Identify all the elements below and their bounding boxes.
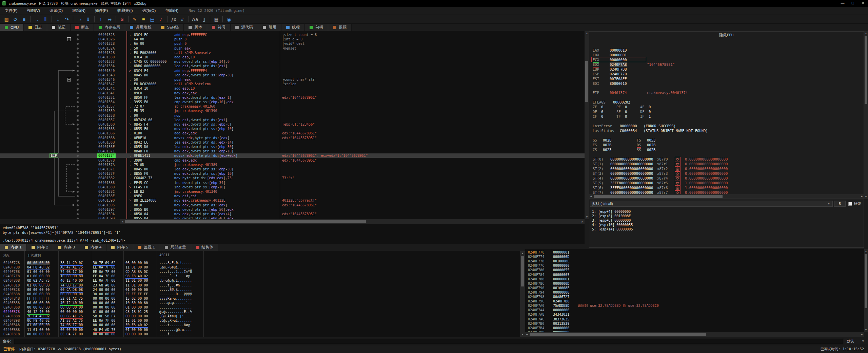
breakpoint-dot[interactable] (77, 65, 79, 67)
disasm-row[interactable]: 00401359.EB 35jmp crakmeeasy.401390 (0, 109, 585, 113)
stack-row[interactable]: 0240F7B000313539 (525, 321, 864, 326)
disasm-row[interactable]: 0040137A.75 0Djne crakmeeasy.401389 (0, 163, 585, 167)
stack-row[interactable]: 0240F79400000000 (525, 290, 864, 295)
command-input[interactable] (14, 338, 843, 344)
run-icon[interactable]: → (32, 16, 41, 23)
stack-row[interactable]: 0240F7A075ADDE8D返回到 user32.75ADDE8D 自 us… (525, 303, 864, 308)
breakpoint-dot[interactable] (77, 61, 79, 63)
disasm-row[interactable]: 00401357.72 07jb crakmeeasy.401360 (0, 104, 585, 109)
disasm-row[interactable]: 00401326.6A 08push 8│int c = 0− (0, 37, 585, 41)
disasm-row[interactable]: 00401374.0FBE1411movsx edx,byte ptr ds:[… (0, 153, 585, 158)
stack-row[interactable]: 0240F7740000000D (525, 255, 864, 259)
breakpoint-dot[interactable] (77, 132, 79, 134)
disasm-row[interactable]: 00401363.8B55 F0mov edx,dword ptr ss:[eb… (0, 127, 585, 131)
open-folder-icon[interactable]: ▨ (2, 16, 11, 23)
breakpoint-dot[interactable] (77, 137, 79, 139)
restart-icon[interactable]: ↺ (11, 16, 20, 23)
stack-row[interactable]: 0240F7900010008E (525, 286, 864, 290)
disasm-row[interactable]: 00401371.8B4D F0mov ecx,dword ptr ss:[eb… (0, 149, 585, 153)
disasm-row[interactable]: 0040132B.E8 F0020000call <JMP.&memset> (0, 51, 585, 55)
dump-row[interactable]: 0240F8080D 62 AC 7540 12 40 00EE 0A 7F 0… (0, 278, 520, 283)
disasm-row[interactable]: 0040138E.89F6mov esi,esi (0, 194, 585, 198)
breakpoint-dot[interactable] (77, 142, 79, 144)
menu-item-3[interactable]: 跟踪(N) (67, 7, 90, 15)
disasm-row[interactable]: 0040139D.8955 B4mov dword ptr ss:[ebp-4C… (0, 216, 585, 219)
breakpoint-dot[interactable] (77, 52, 79, 54)
menu-item-4[interactable]: 插件(P) (90, 7, 113, 15)
breakpoint-dot[interactable] (77, 191, 79, 193)
favourites-icon[interactable]: ≡ (139, 16, 148, 23)
disasm-row[interactable]: 0040132A.50push eax└memset (0, 46, 585, 51)
dump-tab-局部变量[interactable]: 局部变量 (160, 244, 191, 251)
dump-row[interactable]: 0240F81801 00 00 0074 0B 17 0023 68 A8 8… (0, 283, 520, 287)
hide-fpu-button[interactable]: 隐藏FPU (589, 32, 864, 39)
breakpoint-dot[interactable] (77, 101, 79, 103)
disasm-row[interactable]: 00401397.8955 B0mov dword ptr ss:[ebp-50… (0, 207, 585, 212)
breakpoint-dot[interactable] (77, 70, 79, 72)
disasm-row[interactable]: 00401347.E8 DC020000call <JMP.&strlen>└s… (0, 82, 585, 86)
text-icon[interactable]: Aa (191, 16, 199, 23)
breakpoint-dot[interactable] (77, 110, 79, 112)
breakpoint-dot[interactable] (77, 195, 79, 197)
dump-row[interactable]: 0240F8882C FA 40 02C0 66 AE 755B 0F 5B F… (0, 314, 520, 318)
tab-脚本[interactable]: 脚本 (184, 24, 207, 31)
memory-dump-pane[interactable]: 0240F7C800 00 00 0038 14 C9 0C30 7F 69 0… (0, 251, 520, 337)
tab-符号[interactable]: 符号 (207, 24, 231, 31)
dump-tab-内存 4[interactable]: 内存 4 (80, 244, 107, 251)
menu-item-7[interactable]: 帮助(H) (160, 7, 183, 15)
breakpoint-dot[interactable] (77, 43, 79, 45)
breakpoint-dot[interactable] (77, 97, 79, 99)
fx-icon[interactable]: ƒx (169, 16, 178, 23)
dump-row[interactable]: 0240F86800 00 00 0000 00 00 0000 00 00 0… (0, 305, 520, 310)
dump-row[interactable]: 0240F8980C F9 40 02A1 58 AC 75EE 0A 7F 0… (0, 318, 520, 323)
argument-row[interactable]: 4: [esp+10] 00000055 (592, 223, 633, 227)
dump-tab-监视 1[interactable]: 监视 1 (133, 244, 160, 251)
argument-row[interactable]: 2: [esp+8] 0010008E (592, 214, 631, 218)
disasm-row[interactable]: 00401366.01D0add eax,edxedx:"10445678951… (0, 131, 585, 135)
dump-tab-内存 5[interactable]: 内存 5 (106, 244, 133, 251)
globe-icon[interactable]: ◉ (224, 16, 233, 23)
breakpoint-dot[interactable] (77, 115, 79, 117)
breakpoint-dot[interactable] (77, 155, 79, 157)
argument-row[interactable]: 1: [esp+4] 0000000D (592, 209, 631, 214)
stack-row[interactable]: 0240F79C0240F7B8 (525, 299, 864, 303)
dump-row[interactable]: 0240F82800 00 00 0000 CA D8 0824 00 00 0… (0, 287, 520, 292)
maximize-button[interactable]: □ (848, 0, 858, 7)
calculator-icon[interactable]: ▦ (212, 16, 221, 23)
dump-tab-结构体[interactable]: 结构体 (191, 244, 219, 251)
disasm-row[interactable]: 0040137F.8B55 F0mov edx,dword ptr ss:[eb… (0, 171, 585, 176)
step-over-icon[interactable]: ↷ (62, 16, 71, 23)
disasm-row[interactable]: 00401390>B8 2E124000mov eax,crakmeeasy.4… (0, 198, 585, 203)
disasm-row[interactable]: 00401382.C60402 73mov byte ptr ds:[edx+e… (0, 176, 585, 180)
breakpoint-dot[interactable] (77, 204, 79, 206)
disasm-row[interactable]: 00401386.FF45 CCinc dword ptr ss:[ebp-34… (0, 181, 585, 185)
disasm-row[interactable]: 0040139A.8B50 04mov edx,dword ptr ds:[ea… (0, 212, 585, 216)
breakpoint-dot[interactable] (77, 38, 79, 40)
tab-SEH链[interactable]: SEH链 (156, 24, 184, 31)
breakpoint-dot[interactable] (77, 124, 79, 126)
tab-内存布局[interactable]: 内存布局 (94, 24, 125, 31)
attach-icon[interactable]: ▯ (199, 16, 208, 23)
step-into-icon[interactable]: ↓ (54, 16, 62, 23)
dump-row[interactable]: 0240F8B811 01 00 0000 00 00 0040 F4 AD 7… (0, 328, 520, 332)
breakpoint-dot[interactable] (77, 209, 79, 211)
argument-row[interactable]: 3: [esp+C] 00000000 (592, 218, 631, 223)
breakpoint-dot[interactable] (77, 150, 79, 152)
breakpoint-dot[interactable] (77, 200, 79, 202)
disasm-row[interactable]: 00401330.83C4 10add esp,10 (0, 55, 585, 59)
seh-chain-icon[interactable]: S (118, 16, 126, 23)
unlock-checkbox[interactable]: 解锁 (848, 201, 861, 206)
breakpoint-dot[interactable] (77, 218, 79, 219)
breakpoint-dot[interactable] (77, 186, 79, 188)
tab-源代码[interactable]: 源代码 (231, 24, 258, 31)
menu-item-5[interactable]: 收藏夹(I) (113, 7, 137, 15)
tab-CPU[interactable]: CPU (0, 24, 24, 31)
disasm-row[interactable]: 00401389>FF45 F0inc dword ptr ss:[ebp-10… (0, 185, 585, 189)
dump-row[interactable]: 0240F7D804 F8 40 02AB 47 AE 75EE 0A 7F 0… (0, 265, 520, 270)
breakpoint-dot[interactable] (77, 213, 79, 215)
dump-row[interactable]: 0240F848FF FF FF FF52 61 AC 7500 00 00 0… (0, 296, 520, 301)
title-bar[interactable]: crakmeeasy.exe - PID: 17376 - 模块: crakme… (0, 0, 868, 7)
disasm-horizontal-scrollbar[interactable]: ◄ ► (120, 219, 585, 224)
breakpoint-dot[interactable] (77, 56, 79, 58)
breakpoint-dot[interactable] (77, 177, 79, 179)
